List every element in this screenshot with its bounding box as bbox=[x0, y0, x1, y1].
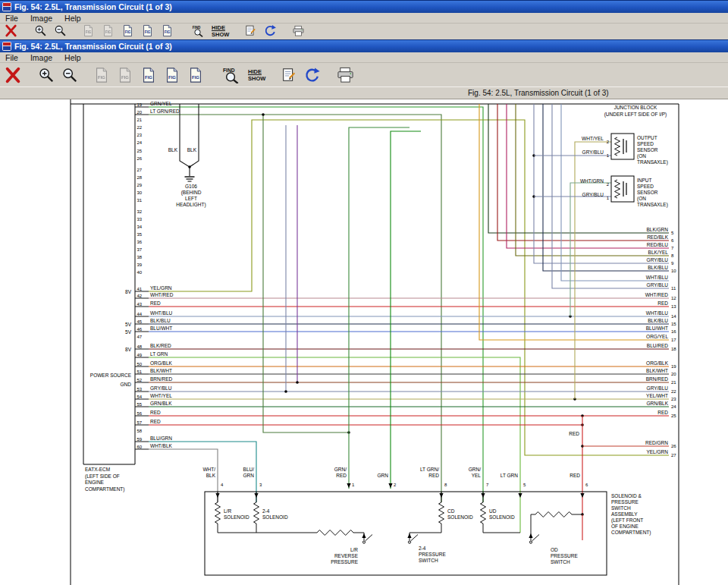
arrow-icon bbox=[347, 483, 350, 488]
pin-number: 13 bbox=[671, 304, 676, 309]
zoom-out-button[interactable] bbox=[61, 67, 78, 83]
fig-next-button[interactable]: FIG bbox=[141, 24, 154, 37]
menu-file[interactable]: File bbox=[5, 53, 18, 62]
arrow-icon bbox=[407, 533, 411, 538]
ecm-annotation: GND bbox=[121, 382, 132, 387]
pin-number: 20 bbox=[137, 110, 143, 115]
wire-label: GRN bbox=[378, 473, 389, 478]
component-name: SPEED bbox=[637, 184, 654, 189]
pin-number: 44 bbox=[137, 312, 143, 316]
pin-number: 28 bbox=[137, 175, 143, 180]
component-name: (LEFT FRONT bbox=[611, 517, 643, 524]
pin-number: 60 bbox=[137, 445, 143, 449]
component-name: SOLENOID bbox=[224, 514, 249, 520]
menu-bar: File Image Help bbox=[0, 13, 728, 24]
hide-show-button[interactable]: HIDESHOW bbox=[212, 24, 229, 38]
fig-last-button[interactable]: FIG bbox=[161, 24, 174, 37]
wire bbox=[391, 131, 421, 489]
close-button[interactable] bbox=[5, 24, 17, 37]
wire-label: WHT/RED bbox=[150, 292, 174, 297]
pin-number: 47 bbox=[137, 335, 143, 339]
fig-prev-button: FIG bbox=[102, 24, 115, 37]
zoom-in-button[interactable] bbox=[38, 67, 55, 83]
pin-number: 18 bbox=[671, 347, 676, 351]
wire-label: WHT/YEL bbox=[150, 393, 172, 398]
ecm-annotation: 5V bbox=[125, 322, 132, 327]
wire-label: ORG/YEL bbox=[646, 334, 668, 339]
wire-label: BLK/RED bbox=[150, 343, 171, 348]
wire-label: BLU/GRN bbox=[150, 436, 172, 441]
wire-label: WHT/BLU bbox=[646, 275, 669, 280]
wire-label: BLK/WHT bbox=[646, 368, 668, 373]
window-title: Fig. 54: 2.5L, Transmission Circuit (1 o… bbox=[14, 2, 172, 11]
title-bar[interactable]: Fig. 54: 2.5L, Transmission Circuit (1 o… bbox=[0, 0, 728, 13]
wire-label: GRY/BLU bbox=[647, 257, 669, 263]
print-button[interactable] bbox=[292, 24, 305, 37]
pin-number: 59 bbox=[137, 437, 143, 442]
fig-next-button[interactable]: FIG bbox=[164, 67, 180, 83]
title-bar[interactable]: Fig. 54: 2.5L, Transmission Circuit (1 o… bbox=[0, 39, 728, 52]
menu-image[interactable]: Image bbox=[30, 14, 52, 23]
wire-label: WHT/YEL bbox=[582, 136, 604, 141]
window-title: Fig. 54: 2.5L, Transmission Circuit (1 o… bbox=[14, 42, 172, 51]
component-name: OUTPUT bbox=[637, 135, 657, 140]
component-name: COMPARTMENT) bbox=[85, 486, 124, 492]
sensor-box bbox=[611, 176, 634, 202]
zoom-out-button[interactable] bbox=[54, 24, 67, 37]
wire-label: WHT/BLU bbox=[150, 310, 173, 316]
fig-first-button: FIG bbox=[82, 24, 95, 37]
coil-symbol bbox=[481, 502, 486, 524]
pin-number: 24 bbox=[671, 404, 676, 409]
component-name: (ON bbox=[637, 153, 646, 159]
close-button[interactable] bbox=[5, 67, 21, 83]
hide-show-button[interactable]: HIDESHOW bbox=[248, 68, 265, 82]
menu-help[interactable]: Help bbox=[64, 14, 81, 23]
wire bbox=[149, 107, 483, 502]
wire bbox=[149, 442, 256, 502]
pin-number: 58 bbox=[137, 429, 143, 433]
pin-number: 56 bbox=[137, 411, 143, 416]
fig-prev-button: FIG bbox=[117, 67, 133, 83]
pin-number: 43 bbox=[137, 302, 143, 307]
pin-number: 35 bbox=[137, 232, 143, 237]
pin-number: 24 bbox=[137, 140, 143, 145]
fig-select-button[interactable]: FIG bbox=[140, 67, 157, 83]
pin-number: 30 bbox=[137, 190, 143, 195]
arrow-icon bbox=[362, 533, 366, 538]
component-name: L/R bbox=[350, 547, 358, 552]
wire-label: WHT/ bbox=[202, 467, 215, 472]
component-name: PRESSURE bbox=[551, 553, 578, 558]
foreground-window[interactable]: Fig. 54: 2.5L, Transmission Circuit (1 o… bbox=[0, 39, 728, 99]
svg-text:FIG: FIG bbox=[98, 74, 105, 79]
coil-symbol bbox=[254, 502, 259, 524]
menu-image[interactable]: Image bbox=[30, 53, 52, 62]
menu-help[interactable]: Help bbox=[64, 53, 81, 62]
refresh-button[interactable] bbox=[304, 67, 321, 83]
fig-select-button[interactable]: FIG bbox=[121, 24, 134, 37]
component-name: G106 bbox=[185, 184, 197, 189]
notes-button[interactable] bbox=[244, 24, 257, 37]
notes-button[interactable] bbox=[281, 67, 297, 83]
wire-label: RED bbox=[570, 473, 580, 478]
wire-label: RED/BLU bbox=[647, 242, 668, 247]
wire-label: GRY/BLU bbox=[582, 192, 604, 197]
wire-label: RED bbox=[569, 431, 579, 436]
pin-number: 27 bbox=[671, 453, 676, 458]
wire-label: BLU/RED bbox=[647, 343, 668, 348]
wire-label: RED bbox=[336, 473, 347, 478]
svg-text:FIG: FIG bbox=[86, 30, 92, 34]
component-name: COMPARTMENT) bbox=[611, 530, 651, 536]
figure-caption-bar: Fig. 54: 2.5L, Transmission Circuit (1 o… bbox=[0, 86, 728, 99]
fig-last-button[interactable]: FIG bbox=[187, 67, 204, 83]
print-button[interactable] bbox=[336, 66, 355, 83]
refresh-button[interactable] bbox=[264, 24, 277, 37]
find-button[interactable]: FIND bbox=[192, 24, 205, 37]
menu-file[interactable]: File bbox=[5, 14, 18, 23]
pin-number: 1 bbox=[352, 483, 355, 487]
find-button[interactable]: FIND bbox=[222, 66, 241, 83]
pin-number: 25 bbox=[137, 149, 143, 153]
background-window[interactable]: Fig. 54: 2.5L, Transmission Circuit (1 o… bbox=[0, 0, 728, 41]
component-name: SENSOR bbox=[637, 147, 658, 153]
zoom-in-button[interactable] bbox=[34, 24, 47, 37]
pin-number: 19 bbox=[671, 364, 676, 369]
